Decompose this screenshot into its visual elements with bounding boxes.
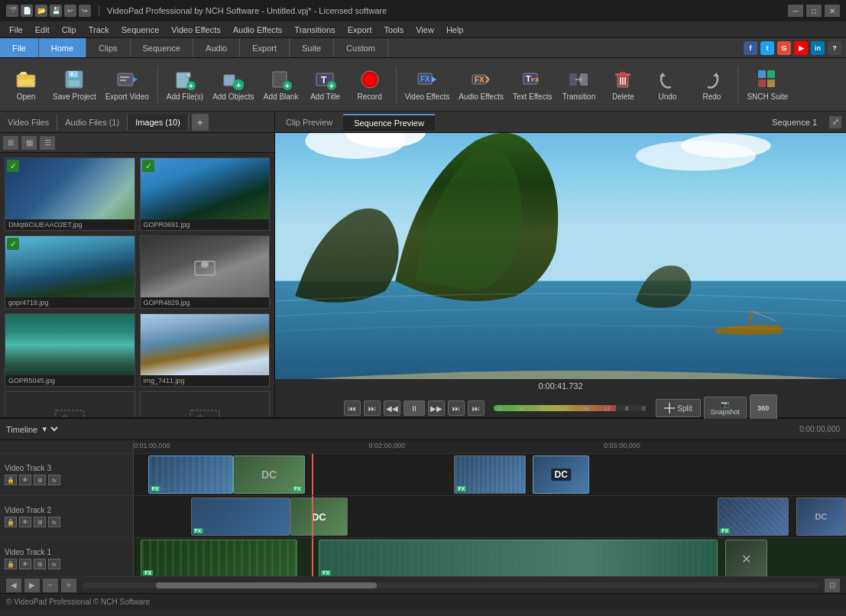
menu-clip[interactable]: Clip (56, 24, 83, 36)
split-button[interactable]: Split (656, 399, 700, 417)
track-clip[interactable]: DC (290, 498, 348, 536)
menu-export[interactable]: Export (342, 24, 378, 36)
tab-sequence[interactable]: Sequence (131, 38, 194, 57)
track-clip[interactable]: FX (454, 456, 525, 494)
media-item[interactable]: ✓ DMqt6CiUEAAO2ET.jpg (5, 157, 135, 231)
minimize-button[interactable]: ─ (788, 5, 803, 17)
add-objects-button[interactable]: + Add Objects (209, 62, 258, 108)
media-tab-video-files[interactable]: Video Files (0, 115, 57, 130)
track-fx-btn[interactable]: fx (48, 475, 60, 485)
media-item[interactable]: img_7411.jpg (140, 313, 271, 387)
track-clip[interactable]: FX (148, 456, 234, 494)
save-project-button[interactable]: Save Project (49, 62, 100, 108)
redo-icon[interactable]: ↪ (79, 5, 91, 17)
titlebar-controls[interactable]: ─ □ ✕ (788, 5, 840, 17)
delete-button[interactable]: Delete (601, 62, 644, 108)
tab-clips[interactable]: Clips (86, 38, 130, 57)
track-content-video1[interactable]: FX FX ✕ (134, 538, 846, 576)
open-icon[interactable]: 📂 (35, 5, 47, 17)
media-tab-audio-files[interactable]: Audio Files (1) (57, 115, 128, 130)
audio-effects-button[interactable]: FX Audio Effects (455, 62, 507, 108)
media-item[interactable] (5, 391, 135, 417)
linkedin-icon[interactable]: in (811, 41, 825, 55)
media-view-large[interactable]: ▦ (21, 136, 37, 150)
track-grid-btn[interactable]: ⊞ (34, 559, 46, 569)
360-button[interactable]: 360 (750, 394, 777, 422)
open-button[interactable]: Open (5, 62, 47, 108)
tab-file[interactable]: File (0, 38, 39, 57)
track-fx-btn[interactable]: fx (48, 517, 60, 527)
go-to-end-button[interactable]: ⏭ (468, 400, 485, 416)
track-clip[interactable]: FX (141, 540, 297, 576)
media-tab-add-button[interactable]: + (192, 114, 209, 131)
media-item[interactable]: ✓ GOPR0691.jpg (140, 157, 271, 231)
tab-suite[interactable]: Suite (290, 38, 334, 57)
next-frame-button[interactable]: ⏭ (448, 400, 465, 416)
google-icon[interactable]: G (777, 41, 791, 55)
menu-tools[interactable]: Tools (378, 24, 410, 36)
track-grid-btn[interactable]: ⊞ (34, 517, 46, 527)
tab-audio[interactable]: Audio (193, 38, 240, 57)
menu-track[interactable]: Track (83, 24, 115, 36)
track-grid-btn[interactable]: ⊞ (34, 475, 46, 485)
add-blank-button[interactable]: + Add Blank (260, 62, 303, 108)
tab-custom[interactable]: Custom (334, 38, 388, 57)
timeline-scroll-track[interactable] (83, 582, 818, 588)
timeline-fwd-btn[interactable]: ▶ (24, 579, 40, 592)
track-lock-btn[interactable]: 🔒 (5, 475, 17, 485)
go-to-start-button[interactable]: ⏮ (344, 400, 361, 416)
undo-button[interactable]: Undo (646, 62, 689, 108)
media-item[interactable] (140, 391, 271, 417)
menu-file[interactable]: File (3, 24, 29, 36)
track-content-video2[interactable]: FX DC FX DC (134, 496, 846, 537)
track-eye-btn[interactable]: 👁 (19, 475, 31, 485)
redo-button[interactable]: Redo (690, 62, 733, 108)
menu-view[interactable]: View (410, 24, 440, 36)
timeline-dropdown[interactable]: ▼ (37, 424, 60, 434)
maximize-button[interactable]: □ (806, 5, 822, 17)
media-item[interactable]: GOPR4829.jpg (140, 235, 271, 309)
play-pause-button[interactable]: ⏸ (404, 400, 425, 416)
twitter-icon[interactable]: t (760, 41, 774, 55)
track-clip[interactable]: FX (718, 498, 789, 536)
menu-transitions[interactable]: Transitions (288, 24, 341, 36)
track-clip[interactable]: DC (533, 456, 590, 494)
save-icon[interactable]: 💾 (50, 5, 62, 17)
clip-preview-tab[interactable]: Clip Preview (275, 115, 343, 130)
track-eye-btn[interactable]: 👁 (19, 559, 31, 569)
close-button[interactable]: ✕ (825, 5, 840, 17)
track-clip[interactable]: DC (796, 498, 846, 536)
tab-export[interactable]: Export (240, 38, 290, 57)
menu-audio-effects[interactable]: Audio Effects (227, 24, 289, 36)
track-clip[interactable]: FX (319, 540, 718, 576)
timeline-scroll-thumb[interactable] (156, 582, 377, 588)
timeline-zoom-out-btn[interactable]: − (43, 579, 58, 592)
sequence-preview-tab[interactable]: Sequence Preview (343, 114, 435, 131)
track-eye-btn[interactable]: 👁 (19, 517, 31, 527)
track-clip[interactable]: ✕ (725, 540, 768, 576)
menu-video-effects[interactable]: Video Effects (165, 24, 226, 36)
new-icon[interactable]: 📄 (21, 5, 33, 17)
video-effects-button[interactable]: FX Video Effects (401, 62, 454, 108)
record-button[interactable]: Record (348, 62, 391, 108)
timeline-back-btn[interactable]: ◀ (6, 579, 21, 592)
snapshot-button[interactable]: 📷 Snapshot (704, 397, 747, 420)
expand-preview-button[interactable]: ⤢ (829, 116, 841, 128)
text-effects-button[interactable]: TFX Text Effects (509, 62, 556, 108)
undo-icon[interactable]: ↩ (64, 5, 76, 17)
prev-frame-button[interactable]: ⏭ (364, 400, 381, 416)
track-lock-btn[interactable]: 🔒 (5, 517, 17, 527)
export-video-button[interactable]: Export Video (102, 62, 153, 108)
transition-button[interactable]: Transition (557, 62, 600, 108)
fast-forward-button[interactable]: ▶▶ (428, 400, 445, 416)
menu-help[interactable]: Help (440, 24, 470, 36)
facebook-icon[interactable]: f (744, 41, 757, 55)
media-view-thumbs[interactable]: ⊞ (3, 136, 18, 150)
youtube-icon[interactable]: ▶ (794, 41, 808, 55)
media-item[interactable]: ✓ gopr4718.jpg (5, 235, 135, 309)
rewind-button[interactable]: ◀◀ (384, 400, 400, 416)
menu-sequence[interactable]: Sequence (115, 24, 166, 36)
track-lock-btn[interactable]: 🔒 (5, 559, 17, 569)
track-content-video3[interactable]: FX DC FX FX DC (134, 454, 846, 495)
timeline-fit-btn[interactable]: ⊡ (825, 579, 840, 592)
